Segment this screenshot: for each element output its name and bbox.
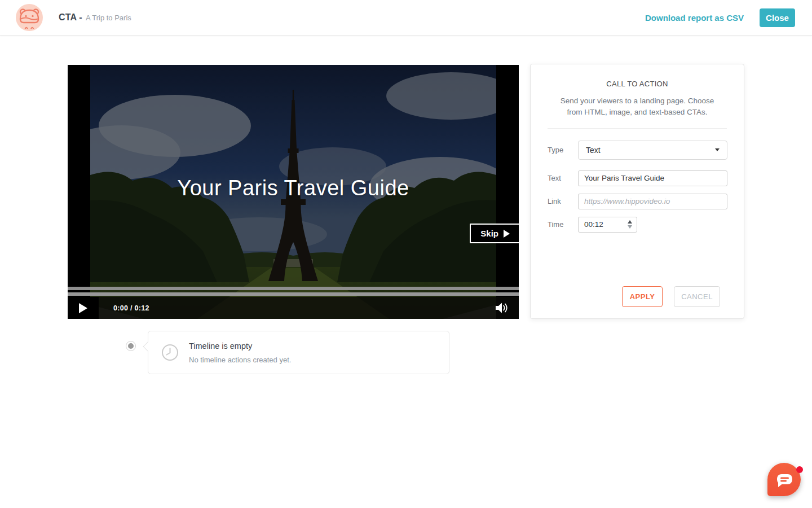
top-bar: CTA - A Trip to Paris Download report as… <box>0 0 812 36</box>
timeline-empty-card: Timeline is empty No timeline actions cr… <box>148 331 449 374</box>
play-arrow-icon <box>504 230 510 238</box>
video-control-bar: 0:00 / 0:12 <box>68 297 519 319</box>
skip-label: Skip <box>480 229 498 238</box>
stepper-up-down-icon[interactable] <box>628 220 632 229</box>
video-player[interactable]: Your Paris Travel Guide Skip 0:00 / 0:12 <box>68 65 519 319</box>
seek-bar-bottom[interactable] <box>68 292 519 296</box>
cancel-button[interactable]: CANCEL <box>674 286 720 307</box>
timeline-bullet <box>126 341 136 351</box>
download-csv-link[interactable]: Download report as CSV <box>645 13 744 23</box>
apply-button[interactable]: APPLY <box>622 286 663 307</box>
chevron-down-icon <box>715 148 720 151</box>
video-name: A Trip to Paris <box>86 14 131 22</box>
timeline-card-notch <box>143 342 153 352</box>
video-overlay-title: Your Paris Travel Guide <box>68 176 519 200</box>
play-button[interactable] <box>68 297 99 319</box>
time-label: Time <box>548 220 578 229</box>
timeline-empty-subtitle: No timeline actions created yet. <box>189 356 291 364</box>
page-title: CTA - <box>59 12 82 23</box>
panel-divider <box>548 128 727 129</box>
notification-dot <box>796 466 803 473</box>
panel-description: Send your viewers to a landing page. Cho… <box>553 95 721 119</box>
skip-button[interactable]: Skip <box>470 224 519 243</box>
play-icon <box>79 303 87 313</box>
cta-panel: CALL TO ACTION Send your viewers to a la… <box>530 64 744 319</box>
panel-title: CALL TO ACTION <box>531 80 744 88</box>
type-select-value: Text <box>586 146 601 155</box>
link-input[interactable] <box>578 194 727 209</box>
timeline-empty-title: Timeline is empty <box>189 341 252 351</box>
seek-bar-top[interactable] <box>68 287 519 290</box>
hippo-logo-icon <box>16 4 43 31</box>
breadcrumb: CTA - A Trip to Paris <box>59 12 131 23</box>
cta-form: Type Text Text Link Time <box>548 141 744 233</box>
clock-icon <box>161 344 179 364</box>
stepper-up-icon[interactable] <box>628 220 632 224</box>
close-button[interactable]: Close <box>760 8 795 27</box>
time-display: 0:00 / 0:12 <box>113 304 149 312</box>
link-label: Link <box>548 197 578 205</box>
type-select[interactable]: Text <box>578 141 727 160</box>
chat-bubble-icon <box>767 463 801 496</box>
stepper-down-icon[interactable] <box>628 225 632 229</box>
app-root: CTA - A Trip to Paris Download report as… <box>0 0 812 508</box>
text-label: Text <box>548 174 578 182</box>
volume-button[interactable] <box>496 303 509 313</box>
chat-launcher-button[interactable] <box>767 463 801 496</box>
type-label: Type <box>548 146 578 154</box>
text-input[interactable] <box>578 170 727 186</box>
volume-icon <box>496 303 509 313</box>
